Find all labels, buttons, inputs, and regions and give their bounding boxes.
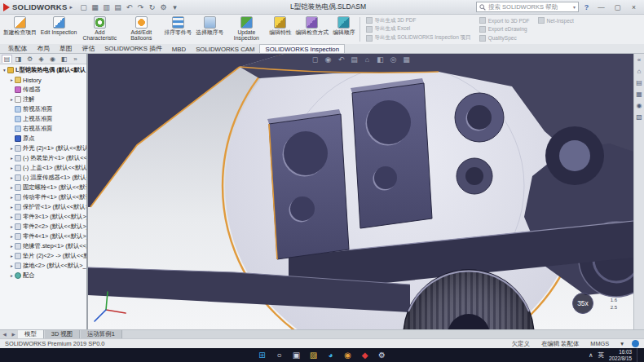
boss-upper[interactable]: [455, 93, 504, 142]
export-button[interactable]: 导出生成 3D PDF: [366, 16, 471, 25]
ribbon-button[interactable]: 排序零件号: [162, 15, 193, 43]
tree-item[interactable]: ▸ 绝缘管.step<1> (默认<<默认>_显示状态 1>): [0, 241, 86, 251]
tabs-overflow-icon[interactable]: »: [70, 55, 81, 63]
tree-item[interactable]: ▸ (-) 温度传感器<1> (默认<<默认>_显示状态 1>): [0, 173, 86, 183]
ribbon-button[interactable]: 编辑顺序: [331, 15, 356, 43]
file-explorer-pane-icon[interactable]: ▦: [636, 90, 642, 98]
appearances-icon[interactable]: ◉: [637, 102, 642, 109]
expand-arrow-icon[interactable]: ▸: [9, 77, 15, 82]
task-view-button[interactable]: ▣: [291, 350, 302, 361]
tree-item[interactable]: ▸ 传动零件<1> (默认<<默认>_显示状态 1>): [0, 192, 86, 202]
help-icon[interactable]: ?: [581, 3, 592, 11]
mounting-plate-right[interactable]: [351, 78, 432, 228]
show-desktop-button[interactable]: [637, 348, 639, 362]
previous-view-icon[interactable]: ↶: [337, 55, 346, 64]
expand-arrow-icon[interactable]: ▸: [9, 205, 15, 210]
file-explorer-button[interactable]: ▨: [308, 350, 320, 361]
sw-resources-icon[interactable]: ⌂: [637, 68, 642, 75]
open-file-icon[interactable]: ▦: [90, 2, 100, 12]
maximize-button[interactable]: ▢: [611, 2, 624, 13]
export-button[interactable]: Export to 3D PDF: [479, 16, 530, 25]
expand-arrow-icon[interactable]: ▸: [9, 244, 15, 249]
display-style-icon[interactable]: ◧: [376, 55, 385, 64]
expand-arrow-icon[interactable]: ▸: [9, 234, 15, 239]
tree-item[interactable]: ▸ 外壳 (2)<1> (默认<<默认>_显示状态 1>): [0, 143, 86, 153]
ribbon-button[interactable]: Edit Inspection: [39, 15, 79, 43]
tree-item[interactable]: 右视基准面: [0, 124, 86, 134]
tree-item[interactable]: ▾ L型铠装热电偶 (默认<默认_显示状态-1>): [0, 65, 86, 75]
tree-item[interactable]: 上视基准面: [0, 114, 86, 124]
3d-model-view[interactable]: [88, 54, 633, 329]
units-selector[interactable]: MMGS: [590, 340, 609, 347]
ribbon-button[interactable]: 选择顺序号: [194, 15, 225, 43]
taskbar-clock[interactable]: 16:03 2022/8/15: [609, 349, 632, 362]
redo-icon[interactable]: ↷: [135, 2, 146, 12]
tree-item[interactable]: ▸ 零件4<1> (默认<<默认>_显示状态 1>): [0, 232, 86, 241]
configurationmanager-tab-icon[interactable]: ⚙: [24, 55, 35, 63]
mounting-plate-left[interactable]: [267, 109, 349, 259]
expand-arrow-icon[interactable]: ▸: [9, 185, 15, 190]
tab-scroll-right-icon[interactable]: ▶: [9, 330, 18, 338]
close-button[interactable]: ×: [627, 2, 641, 13]
tray-chevron-icon[interactable]: ∧: [589, 351, 593, 360]
settings-button[interactable]: ⚙: [377, 350, 388, 361]
ribbon-tab[interactable]: 装配体: [3, 43, 32, 53]
export-button[interactable]: QualitySpec: [479, 33, 530, 42]
options-icon[interactable]: ⚙: [158, 2, 169, 12]
ribbon-button[interactable]: Update Inspection: [226, 15, 267, 43]
tree-item[interactable]: 原点: [0, 134, 86, 143]
quickbar-expand-icon[interactable]: ▾: [170, 2, 180, 12]
dimxpertmanager-tab-icon[interactable]: ◈: [36, 55, 46, 63]
solidworks-button[interactable]: ◆: [359, 350, 371, 361]
rebuild-icon[interactable]: ↻: [147, 2, 157, 12]
tree-item[interactable]: ▸ 零件3<1> (默认<<默认>_显示状态 1>): [0, 212, 86, 222]
tree-item[interactable]: ▸ 固定螺栓<1> (默认<<默认>_显示状态 1>): [0, 183, 86, 192]
export-button[interactable]: 导出生成 SOLIDWORKS Inspection 项目: [366, 33, 471, 42]
inspection-manager-tab-icon[interactable]: ◧: [59, 55, 69, 63]
document-tab[interactable]: 模型: [18, 330, 44, 338]
search-scope-caret-icon[interactable]: ▾: [573, 4, 576, 10]
expand-arrow-icon[interactable]: ▸: [9, 97, 15, 102]
ribbon-tab[interactable]: 草图: [55, 43, 77, 53]
tree-item[interactable]: ▸ 保护管<1> (默认<<默认>_显示状态 1>): [0, 202, 86, 212]
export-button[interactable]: 导出生成 Excel: [366, 25, 471, 34]
graphics-area[interactable]: ◻◉↶▤⌂◧◎▦ 35x 1.6 2.5: [88, 54, 633, 329]
ribbon-tab[interactable]: SOLIDWORKS 插件: [99, 43, 167, 53]
document-tab[interactable]: 运动算例1: [81, 330, 122, 338]
expand-arrow-icon[interactable]: ▸: [9, 195, 15, 200]
undo-icon[interactable]: ↶: [124, 2, 135, 12]
browser-button[interactable]: ◉: [342, 350, 354, 361]
ribbon-button[interactable]: Add Characteristic: [79, 15, 120, 43]
new-file-icon[interactable]: ▢: [78, 2, 89, 12]
tree-item[interactable]: ▸ (-) 热装垫片<1> (默认<<默认>_显示状态 1>): [0, 153, 86, 163]
expand-arrow-icon[interactable]: ▸: [9, 263, 15, 268]
edge-button[interactable]: ◕: [325, 350, 337, 361]
start-button[interactable]: ⊞: [257, 350, 268, 361]
propertymanager-tab-icon[interactable]: ◨: [13, 55, 24, 63]
help-status-icon[interactable]: [632, 340, 639, 347]
expand-arrow-icon[interactable]: ▸: [9, 146, 15, 151]
expand-arrow-icon[interactable]: ▸: [9, 166, 15, 170]
ribbon-tab[interactable]: 布局: [32, 43, 55, 53]
expand-arrow-icon[interactable]: ▸: [9, 156, 15, 161]
solidworks-logo-text[interactable]: SOLIDWORKS: [12, 2, 67, 11]
ribbon-tab[interactable]: MBD: [167, 45, 191, 53]
expand-arrow-icon[interactable]: ▸: [9, 273, 15, 278]
tree-item[interactable]: ▸ 零件2<2> (默认<<默认>_显示状态 1>): [0, 222, 86, 232]
tree-item[interactable]: ▸ 配合: [0, 271, 86, 280]
task-pane-collapse-icon[interactable]: «: [637, 56, 641, 64]
ribbon-button[interactable]: 新建检查项目: [2, 15, 38, 43]
featuremanager-tab-icon[interactable]: ▤: [2, 55, 12, 63]
ribbon-tab[interactable]: 评估: [77, 43, 100, 53]
displaymanager-tab-icon[interactable]: ◉: [47, 55, 58, 63]
tree-item[interactable]: ▸ History: [0, 75, 86, 85]
ribbon-tab[interactable]: SOLIDWORKS CAM: [191, 45, 259, 53]
expand-arrow-icon[interactable]: ▸: [9, 254, 15, 258]
units-caret-icon[interactable]: ▾: [620, 340, 624, 347]
ribbon-button[interactable]: 编辑特性: [267, 15, 293, 43]
hide-show-icon[interactable]: ◎: [389, 55, 398, 64]
custom-properties-icon[interactable]: ▧: [636, 113, 642, 121]
save-icon[interactable]: ▥: [101, 2, 112, 12]
print-icon[interactable]: ▤: [112, 2, 123, 12]
tree-item[interactable]: ▸ 接地<2> (默认<<默认>_显示状态 1>): [0, 261, 86, 271]
